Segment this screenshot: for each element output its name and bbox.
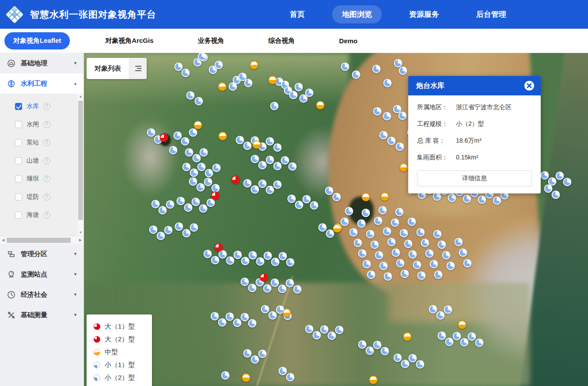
subnav-item-Demo[interactable]: Demo: [330, 33, 367, 49]
reservoir-marker-small[interactable]: [448, 194, 456, 202]
reservoir-marker-small[interactable]: [278, 285, 287, 293]
reservoir-marker-small[interactable]: [401, 270, 409, 278]
reservoir-marker-small[interactable]: [460, 338, 469, 347]
reservoir-marker-small[interactable]: [468, 333, 476, 341]
reservoir-marker-small[interactable]: [408, 218, 416, 226]
reservoir-marker-small[interactable]: [429, 305, 437, 314]
label-toggle-icon[interactable]: T: [43, 103, 50, 110]
scroll-left-arrow-icon[interactable]: ◀: [0, 236, 6, 244]
reservoir-marker-small[interactable]: [478, 196, 486, 204]
top-nav-item-首页[interactable]: 首页: [280, 5, 315, 23]
reservoir-marker-small[interactable]: [366, 347, 374, 355]
reservoir-marker-small[interactable]: [166, 201, 175, 209]
reservoir-marker-small[interactable]: [249, 251, 257, 260]
reservoir-marker-small[interactable]: [258, 161, 267, 170]
reservoir-marker-small[interactable]: [251, 185, 259, 194]
reservoir-marker-small[interactable]: [363, 260, 371, 269]
reservoir-marker-small[interactable]: [404, 240, 413, 248]
reservoir-marker-small[interactable]: [310, 201, 319, 210]
scroll-right-arrow-icon[interactable]: ▶: [77, 236, 83, 244]
reservoir-marker-small[interactable]: [177, 197, 185, 205]
reservoir-marker-small[interactable]: [394, 59, 402, 68]
vertical-scrollbar[interactable]: ▲▼: [78, 94, 83, 236]
reservoir-marker-small[interactable]: [212, 164, 221, 172]
reservoir-marker-medium[interactable]: [333, 224, 341, 233]
reservoir-marker-small[interactable]: [219, 250, 227, 259]
reservoir-marker-small[interactable]: [169, 146, 178, 155]
reservoir-marker-small[interactable]: [447, 262, 455, 270]
reservoir-marker-small[interactable]: [204, 178, 212, 186]
reservoir-marker-small[interactable]: [273, 181, 282, 189]
reservoir-marker-small[interactable]: [266, 186, 274, 194]
reservoir-marker-small[interactable]: [383, 112, 391, 121]
reservoir-marker-small[interactable]: [182, 229, 191, 238]
reservoir-marker-medium[interactable]: [458, 321, 467, 329]
reservoir-marker-small[interactable]: [244, 79, 253, 87]
reservoir-marker-small[interactable]: [455, 238, 463, 246]
reservoir-marker-small[interactable]: [362, 209, 370, 217]
reservoir-marker-small[interactable]: [251, 155, 259, 163]
reservoir-marker-medium[interactable]: [194, 121, 202, 129]
reservoir-marker-small[interactable]: [305, 325, 314, 333]
reservoir-marker-small[interactable]: [357, 219, 366, 228]
reservoir-marker-small[interactable]: [366, 230, 375, 238]
reservoir-marker-small[interactable]: [325, 187, 334, 195]
reservoir-marker-small[interactable]: [234, 251, 242, 259]
label-toggle-icon[interactable]: T: [43, 212, 50, 219]
reservoir-marker-small[interactable]: [319, 223, 327, 232]
reservoir-marker-medium[interactable]: [250, 61, 258, 69]
reservoir-marker-small[interactable]: [387, 238, 396, 246]
reservoir-marker-small[interactable]: [215, 61, 223, 69]
reservoir-marker-small[interactable]: [463, 195, 471, 203]
reservoir-marker-small[interactable]: [199, 204, 208, 213]
reservoir-marker-small[interactable]: [425, 250, 434, 258]
reservoir-marker-small[interactable]: [326, 230, 334, 238]
horizontal-scrollbar[interactable]: ◀▶: [0, 236, 83, 244]
reservoir-marker-small[interactable]: [541, 171, 549, 180]
reservoir-marker-small[interactable]: [226, 257, 235, 265]
reservoir-marker-small[interactable]: [341, 218, 349, 226]
reservoir-marker-small[interactable]: [341, 63, 349, 71]
reservoir-marker-small[interactable]: [263, 284, 272, 293]
reservoir-marker-small[interactable]: [433, 230, 442, 238]
reservoir-marker-small[interactable]: [279, 367, 287, 375]
reservoir-marker-small[interactable]: [266, 137, 274, 146]
reservoir-marker-small[interactable]: [375, 251, 383, 260]
reservoir-marker-small[interactable]: [409, 354, 417, 363]
layer-checkbox-堤防[interactable]: [15, 193, 22, 201]
reservoir-marker-small[interactable]: [288, 195, 296, 203]
reservoir-marker-small[interactable]: [182, 69, 190, 77]
layer-checkbox-水库[interactable]: [15, 103, 22, 110]
reservoir-marker-small[interactable]: [396, 143, 404, 151]
reservoir-marker-small[interactable]: [152, 200, 160, 208]
reservoir-marker-small[interactable]: [379, 131, 388, 140]
reservoir-marker-small[interactable]: [303, 195, 311, 204]
reservoir-marker-small[interactable]: [544, 185, 553, 193]
reservoir-marker-small[interactable]: [197, 183, 205, 192]
scroll-down-arrow-icon[interactable]: ▼: [78, 230, 83, 236]
object-list-toggle-button[interactable]: [129, 58, 147, 79]
reservoir-marker-small[interactable]: [288, 163, 297, 171]
reservoir-marker-small[interactable]: [258, 350, 267, 358]
reservoir-marker-small[interactable]: [264, 252, 272, 260]
reservoir-marker-small[interactable]: [305, 89, 314, 97]
reservoir-marker-small[interactable]: [433, 193, 441, 201]
reservoir-marker-small[interactable]: [200, 148, 208, 157]
reservoir-marker-small[interactable]: [270, 102, 279, 110]
reservoir-marker-small[interactable]: [383, 227, 391, 236]
layer-checkbox-堰坝[interactable]: [15, 175, 22, 182]
reservoir-marker-small[interactable]: [211, 256, 220, 265]
reservoir-marker-small[interactable]: [243, 179, 252, 188]
reservoir-marker-small[interactable]: [197, 163, 206, 171]
reservoir-marker-small[interactable]: [367, 271, 376, 279]
reservoir-marker-small[interactable]: [258, 180, 267, 188]
sidebar-item-base-geo[interactable]: 基础地理▼: [0, 53, 83, 73]
reservoir-marker-small[interactable]: [475, 339, 484, 347]
reservoir-marker-large[interactable]: [211, 192, 220, 200]
reservoir-marker-small[interactable]: [387, 137, 396, 145]
reservoir-marker-small[interactable]: [391, 219, 399, 227]
reservoir-marker-small[interactable]: [157, 232, 165, 240]
label-toggle-icon[interactable]: T: [43, 157, 50, 164]
top-nav-item-地图浏览[interactable]: 地图浏览: [332, 5, 382, 23]
reservoir-marker-small[interactable]: [453, 332, 461, 341]
